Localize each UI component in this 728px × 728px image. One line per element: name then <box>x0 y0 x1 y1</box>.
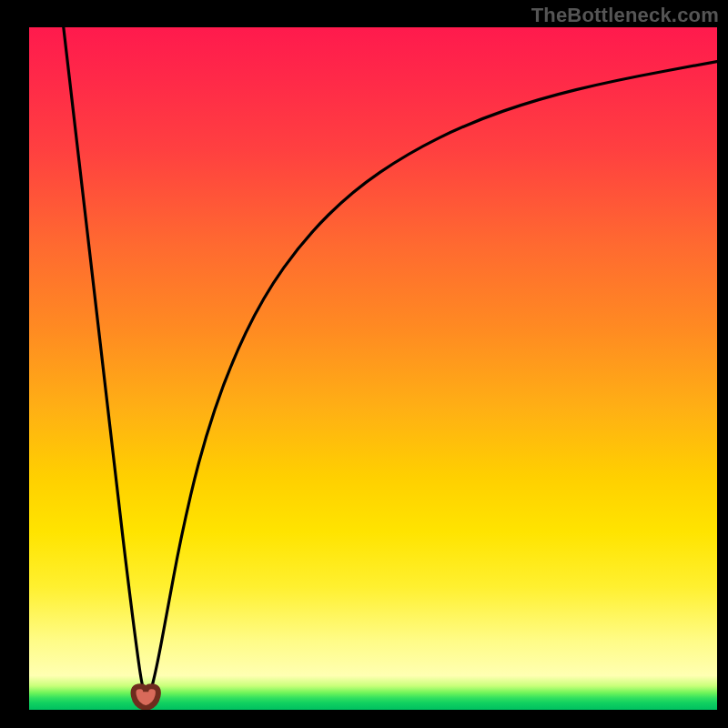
gradient-background <box>29 27 717 710</box>
chart-frame: TheBottleneck.com <box>0 0 728 728</box>
watermark-branding: TheBottleneck.com <box>531 4 719 27</box>
